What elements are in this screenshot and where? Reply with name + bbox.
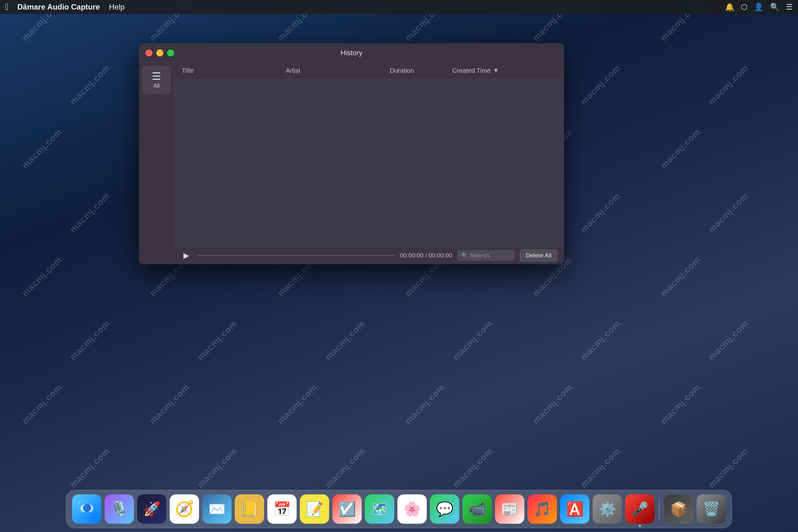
watermark: macmj.com <box>20 127 64 171</box>
col-header-created[interactable]: Created Time ▼ <box>452 67 556 74</box>
dock-item-notes[interactable]: 📝 <box>300 494 329 524</box>
dock-item-photos[interactable]: 🌸 <box>397 494 427 524</box>
watermark: macmj.com <box>323 446 367 490</box>
watermark: macmj.com <box>20 254 64 299</box>
watermark: macmj.com <box>403 382 447 426</box>
dock-item-trash[interactable]: 🗑️ <box>697 494 726 524</box>
maximize-button[interactable] <box>167 50 174 56</box>
dock-dot-audiocapture <box>639 525 641 527</box>
dock-item-news[interactable]: 📰 <box>495 494 524 524</box>
menubar-left:  Dāmare Audio Capture Help <box>5 2 125 12</box>
sidebar: ☰ All <box>139 62 174 264</box>
watermark: macmj.com <box>148 382 192 426</box>
search-input[interactable] <box>470 252 511 259</box>
menubar:  Dāmare Audio Capture Help 🔔 ⬡ 👤 🔍 ☰ <box>0 0 798 14</box>
watermark: macmj.com <box>706 63 750 107</box>
dock-item-notefile[interactable]: 📒 <box>235 494 264 524</box>
col-header-duration[interactable]: Duration <box>390 67 452 74</box>
menubar-right: 🔔 ⬡ 👤 🔍 ☰ <box>725 3 793 12</box>
bottom-bar: ▶ 00:00:00 / 00:00:00 🔍 Delete All <box>174 246 564 264</box>
table-body <box>174 79 564 246</box>
dock-item-appstore[interactable]: 🅰️ <box>560 494 589 524</box>
dock-item-messages[interactable]: 💬 <box>430 494 459 524</box>
watermark: macmj.com <box>706 446 750 490</box>
titlebar: History <box>139 43 564 62</box>
dock-item-music[interactable]: 🎵 <box>528 494 557 524</box>
traffic-lights <box>146 50 174 56</box>
window-content: ☰ All Title Artist Duration Created Time… <box>139 62 564 264</box>
list-icon[interactable]: ☰ <box>786 3 793 12</box>
notification-icon[interactable]: 🔔 <box>725 3 735 12</box>
dock-item-launchpad[interactable]: 🚀 <box>137 494 167 524</box>
dock-item-systemprefs[interactable]: ⚙️ <box>593 494 622 524</box>
apple-menu[interactable]:  <box>5 2 8 12</box>
dock-item-audiocapture[interactable]: 🎤 <box>625 494 654 524</box>
search-box-icon: 🔍 <box>461 252 468 259</box>
dock-item-maps[interactable]: 🗺️ <box>365 494 394 524</box>
watermark: macmj.com <box>68 318 112 362</box>
app-window: History ☰ All Title Artist Duration C <box>139 43 564 264</box>
sidebar-all-label: All <box>153 82 159 89</box>
watermark: macmj.com <box>275 382 319 426</box>
watermark: macmj.com <box>68 446 112 490</box>
minimize-button[interactable] <box>156 50 163 56</box>
sidebar-item-all[interactable]: ☰ All <box>142 66 171 94</box>
watermark: macmj.com <box>578 446 623 490</box>
watermark: macmj.com <box>706 318 750 362</box>
watermark: macmj.com <box>578 318 623 362</box>
watermark: macmj.com <box>658 254 702 299</box>
dock: 🔵 🎙️ 🚀 🧭 ✉️ 📒 📅 📝 ☑️ 🗺️ <box>66 490 732 528</box>
all-icon: ☰ <box>152 71 161 81</box>
app-name-menu[interactable]: Dāmare Audio Capture <box>17 3 100 12</box>
play-button[interactable]: ▶ <box>180 250 192 261</box>
watermark: macmj.com <box>658 127 702 171</box>
help-menu[interactable]: Help <box>109 3 125 12</box>
search-box[interactable]: 🔍 <box>457 250 515 261</box>
watermark: macmj.com <box>451 318 495 362</box>
watermark: macmj.com <box>451 446 495 490</box>
dock-item-mail[interactable]: ✉️ <box>202 494 231 524</box>
dock-item-safari[interactable]: 🧭 <box>170 494 199 524</box>
svg-text:🔵: 🔵 <box>82 504 92 512</box>
user-icon[interactable]: 👤 <box>754 3 763 12</box>
time-display: 00:00:00 / 00:00:00 <box>400 252 452 259</box>
dock-divider <box>659 498 660 520</box>
watermark: macmj.com <box>658 382 702 426</box>
watermark: macmj.com <box>195 318 240 362</box>
dock-item-calendar[interactable]: 📅 <box>267 494 297 524</box>
watermark: macmj.com <box>706 191 750 235</box>
window-title: History <box>341 49 362 57</box>
watermark: macmj.com <box>323 318 367 362</box>
progress-bar[interactable] <box>197 255 395 256</box>
delete-all-button[interactable]: Delete All <box>520 249 557 262</box>
dock-item-finder[interactable]: 🔵 <box>72 494 101 524</box>
desktop: macmj.commacmj.commacmj.commacmj.commacm… <box>0 0 798 532</box>
close-button[interactable] <box>146 50 152 56</box>
watermark: macmj.com <box>68 63 112 107</box>
dock-item-siri[interactable]: 🎙️ <box>104 494 134 524</box>
watermark: macmj.com <box>531 382 575 426</box>
dock-item-facetime[interactable]: 📹 <box>462 494 492 524</box>
watermark: macmj.com <box>578 191 623 235</box>
airplay-icon[interactable]: ⬡ <box>741 3 747 12</box>
watermark: macmj.com <box>578 63 623 107</box>
table-header: Title Artist Duration Created Time ▼ <box>174 62 564 79</box>
dock-item-reminders[interactable]: ☑️ <box>332 494 362 524</box>
watermark: macmj.com <box>195 446 240 490</box>
watermark: macmj.com <box>68 191 112 235</box>
main-content: Title Artist Duration Created Time ▼ ▶ <box>174 62 564 264</box>
col-header-artist[interactable]: Artist <box>286 67 390 74</box>
col-header-title[interactable]: Title <box>182 67 286 74</box>
dock-item-placeholder[interactable]: 📦 <box>664 494 694 524</box>
search-icon[interactable]: 🔍 <box>770 3 779 12</box>
sort-arrow-icon: ▼ <box>493 67 499 74</box>
watermark: macmj.com <box>20 382 64 426</box>
